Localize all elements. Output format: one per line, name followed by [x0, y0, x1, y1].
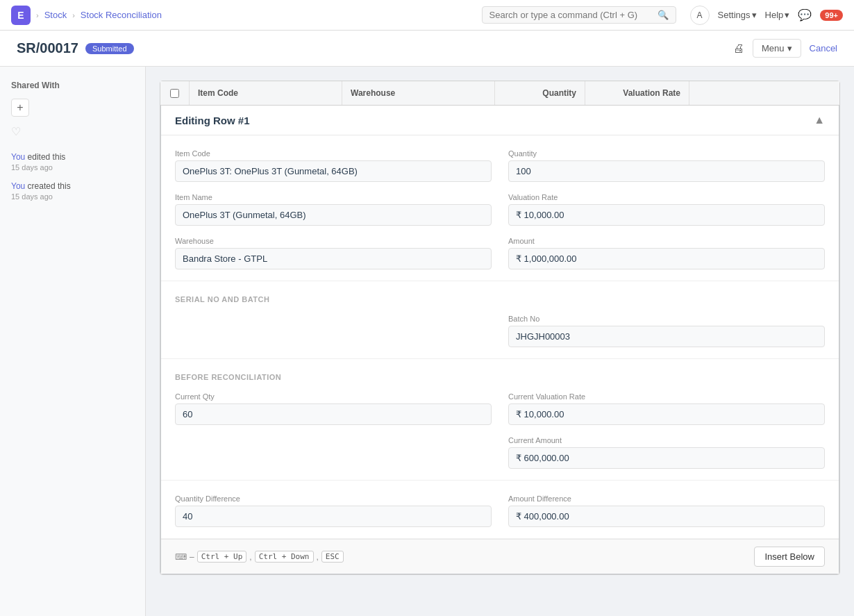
add-shared-button[interactable]: + — [11, 99, 29, 117]
current-amount-input[interactable] — [508, 447, 825, 469]
batch-no-group: Batch No — [508, 315, 825, 347]
serial-batch-heading: SERIAL NO AND BATCH — [175, 295, 825, 303]
amount-difference-input[interactable] — [508, 506, 825, 527]
current-amount-label: Current Amount — [508, 436, 825, 444]
warehouse-label: Warehouse — [175, 237, 492, 245]
quantity-difference-input[interactable] — [175, 506, 492, 527]
comma-2: , — [317, 552, 319, 562]
difference-grid: Quantity Difference Amount Difference — [175, 494, 825, 527]
chevron-icon-2: › — [72, 11, 75, 19]
topnav: E › Stock › Stock Reconciliation 🔍 A Set… — [0, 0, 854, 31]
collapse-button[interactable]: ▲ — [814, 114, 825, 126]
avatar: A — [690, 6, 710, 25]
serial-batch-section: SERIAL NO AND BATCH Batch No — [161, 281, 839, 359]
search-icon: 🔍 — [658, 10, 669, 20]
document-title: SR/00017 — [17, 40, 78, 56]
amount-label: Amount — [508, 237, 825, 245]
menu-button[interactable]: Menu ▾ — [753, 39, 801, 58]
chevron-down-icon-menu: ▾ — [787, 43, 792, 53]
global-search[interactable]: 🔍 — [482, 6, 676, 24]
amount-difference-label: Amount Difference — [508, 494, 825, 503]
quantity-input[interactable] — [508, 160, 825, 182]
log-time-2: 15 days ago — [11, 192, 134, 201]
log-you-2: You — [11, 181, 25, 191]
before-reconciliation-heading: BEFORE RECONCILIATION — [175, 373, 825, 381]
chevron-down-icon-help: ▾ — [785, 10, 789, 20]
table-header: Item Code Warehouse Quantity Valuation R… — [160, 81, 839, 106]
warehouse-group: Warehouse — [175, 237, 492, 269]
quantity-group: Quantity — [508, 149, 825, 182]
current-valuation-rate-input[interactable] — [508, 403, 825, 425]
shortcut-ctrl-down: Ctrl + Down — [255, 551, 314, 563]
search-input[interactable] — [489, 10, 653, 20]
item-code-group: Item Code — [175, 149, 492, 182]
print-button[interactable]: 🖨 — [733, 42, 744, 55]
before-reconciliation-section: BEFORE RECONCILIATION Current Qty Curren… — [161, 359, 839, 481]
current-valuation-rate-label: Current Valuation Rate — [508, 392, 825, 401]
settings-button[interactable]: Settings ▾ — [718, 10, 757, 20]
notification-icon[interactable]: 💬 — [798, 8, 812, 22]
item-name-group: Item Name — [175, 193, 492, 226]
th-actions — [689, 81, 731, 105]
amount-input[interactable] — [508, 248, 825, 269]
favorite-icon[interactable]: ♡ — [11, 125, 134, 138]
valuation-rate-label: Valuation Rate — [508, 193, 825, 201]
app-icon[interactable]: E — [11, 6, 31, 25]
th-quantity: Quantity — [495, 81, 585, 105]
th-checkbox[interactable] — [160, 81, 190, 105]
main-content: Item Code Warehouse Quantity Valuation R… — [146, 67, 854, 616]
amount-difference-group: Amount Difference — [508, 494, 825, 527]
difference-section: Quantity Difference Amount Difference — [161, 481, 839, 539]
nav-right: A Settings ▾ Help ▾ 💬 99+ — [690, 6, 843, 25]
shared-with-label: Shared With — [11, 81, 134, 90]
valuation-rate-group: Valuation Rate — [508, 193, 825, 226]
log-entry-1: You edited this 15 days ago — [11, 152, 134, 172]
current-qty-group: Current Qty — [175, 392, 492, 425]
current-qty-label: Current Qty — [175, 392, 492, 401]
page-header: SR/00017 Submitted 🖨 Menu ▾ Cancel — [0, 31, 854, 67]
warehouse-input[interactable] — [175, 248, 492, 269]
comma-1: , — [249, 552, 251, 562]
items-table: Item Code Warehouse Quantity Valuation R… — [160, 81, 840, 575]
chevron-icon-1: › — [36, 11, 39, 19]
select-all-checkbox[interactable] — [170, 89, 179, 98]
quantity-difference-label: Quantity Difference — [175, 494, 492, 503]
log-time-1: 15 days ago — [11, 163, 134, 172]
item-code-input[interactable] — [175, 160, 492, 182]
th-item-code: Item Code — [190, 81, 342, 105]
item-code-label: Item Code — [175, 149, 492, 158]
nav-stock-reconciliation-link[interactable]: Stock Reconciliation — [81, 10, 162, 20]
item-name-input[interactable] — [175, 204, 492, 226]
main-layout: Shared With + ♡ You edited this 15 days … — [0, 67, 854, 616]
sidebar: Shared With + ♡ You edited this 15 days … — [0, 67, 146, 616]
batch-no-input[interactable] — [508, 326, 825, 347]
header-actions: 🖨 Menu ▾ Cancel — [733, 39, 837, 58]
th-valuation-rate: Valuation Rate — [585, 81, 689, 105]
log-you-1: You — [11, 152, 25, 162]
nav-stock-link[interactable]: Stock — [44, 10, 67, 20]
shortcut-ctrl-up: Ctrl + Up — [197, 551, 247, 563]
cancel-button[interactable]: Cancel — [810, 43, 837, 53]
log-action-2: You created this — [11, 181, 134, 191]
activity-log: You edited this 15 days ago You created … — [11, 152, 134, 201]
current-qty-input[interactable] — [175, 403, 492, 425]
current-valuation-rate-group: Current Valuation Rate — [508, 392, 825, 425]
quantity-label: Quantity — [508, 149, 825, 158]
chevron-down-icon: ▾ — [752, 10, 757, 20]
dash: – — [190, 552, 194, 562]
shortcut-esc: ESC — [321, 551, 344, 563]
reconciliation-grid: Current Qty Current Valuation Rate Curre… — [175, 392, 825, 469]
log-action-1: You edited this — [11, 152, 134, 162]
batch-grid: Batch No — [175, 315, 825, 347]
keyboard-hints: ⌨ – Ctrl + Up , Ctrl + Down , ESC — [175, 551, 344, 563]
valuation-rate-input[interactable] — [508, 204, 825, 226]
quantity-difference-group: Quantity Difference — [175, 494, 492, 527]
insert-below-button[interactable]: Insert Below — [754, 547, 825, 567]
keyboard-icon: ⌨ — [175, 552, 187, 562]
th-warehouse: Warehouse — [342, 81, 495, 105]
editing-row-title: Editing Row #1 — [175, 115, 250, 126]
editing-row-header: Editing Row #1 ▲ — [161, 106, 839, 135]
batch-no-label: Batch No — [508, 315, 825, 323]
notification-badge[interactable]: 99+ — [820, 10, 843, 21]
help-button[interactable]: Help ▾ — [765, 10, 790, 20]
